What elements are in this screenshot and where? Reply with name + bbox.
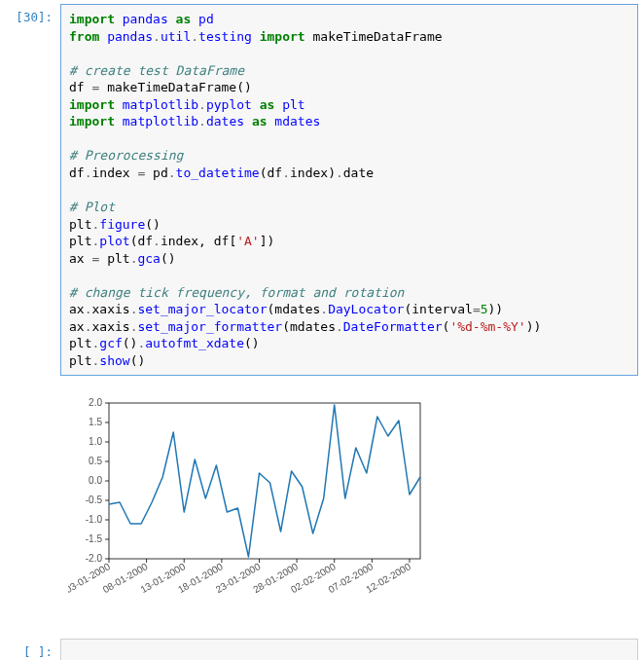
- svg-rect-0: [109, 403, 420, 559]
- code-input-area[interactable]: import pandas as pd from pandas.util.tes…: [60, 4, 638, 376]
- code-cell: [30]: import pandas as pd from pandas.ut…: [0, 0, 644, 380]
- code-input-area-empty[interactable]: [60, 639, 638, 660]
- svg-text:-2.0: -2.0: [86, 553, 103, 564]
- svg-text:0.5: 0.5: [89, 456, 102, 466]
- svg-text:1.5: 1.5: [89, 417, 102, 427]
- svg-text:-1.0: -1.0: [86, 514, 103, 525]
- chart-svg: -2.0-1.5-1.0-0.50.00.51.01.52.003-01-200…: [68, 395, 496, 635]
- output-area: -2.0-1.5-1.0-0.50.00.51.01.52.003-01-200…: [60, 380, 644, 635]
- svg-text:-1.5: -1.5: [86, 533, 103, 544]
- svg-text:-0.5: -0.5: [86, 495, 103, 505]
- empty-code-cell: [ ]:: [0, 635, 644, 660]
- svg-text:0.0: 0.0: [89, 475, 102, 486]
- svg-text:2.0: 2.0: [89, 397, 102, 408]
- svg-text:1.0: 1.0: [89, 436, 102, 447]
- input-prompt: [30]:: [0, 4, 60, 376]
- line-chart: -2.0-1.5-1.0-0.50.00.51.01.52.003-01-200…: [68, 395, 640, 635]
- input-prompt-empty: [ ]:: [0, 639, 60, 660]
